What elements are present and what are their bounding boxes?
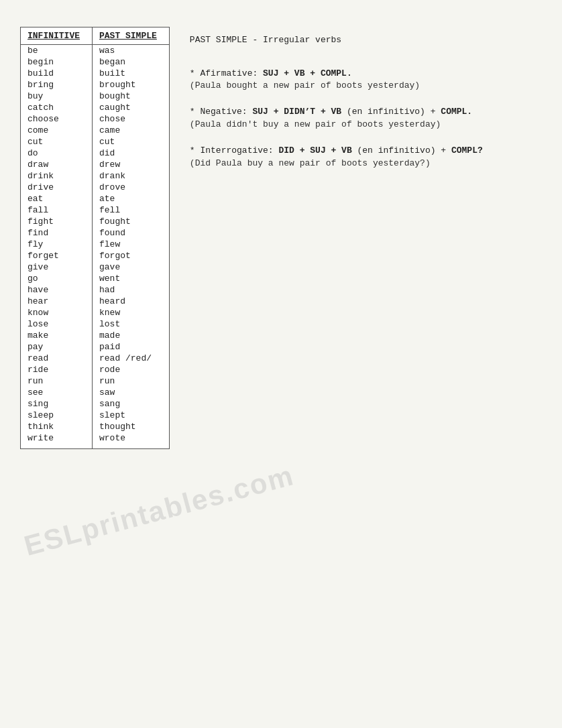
table-row: knowknew <box>21 307 170 318</box>
infinitive-cell: drive <box>21 182 93 193</box>
col1-header: INFINITIVE <box>21 27 93 45</box>
infinitive-cell: hear <box>21 296 93 307</box>
table-row: comecame <box>21 125 170 136</box>
rule-example-affirmative: (Paula bought a new pair of boots yester… <box>190 80 542 90</box>
table-row: drivedrove <box>21 182 170 193</box>
past-simple-cell: saw <box>93 387 170 398</box>
infinitive-cell: cut <box>21 136 93 147</box>
rule-formula-end: COMPL? <box>451 145 483 156</box>
past-simple-cell: built <box>93 68 170 79</box>
col2-header: PAST SIMPLE <box>93 27 170 45</box>
infinitive-cell: lose <box>21 318 93 330</box>
past-simple-cell: drew <box>93 159 170 170</box>
infinitive-cell: give <box>21 261 93 273</box>
table-row: fallfell <box>21 204 170 216</box>
infinitive-cell: catch <box>21 102 93 113</box>
table-row: singsang <box>21 398 170 410</box>
past-simple-cell: caught <box>93 102 170 113</box>
table-row: dodid <box>21 147 170 159</box>
rule-label: * Negative: <box>190 107 253 117</box>
infinitive-cell: be <box>21 45 93 57</box>
past-simple-cell: was <box>93 45 170 57</box>
rule-block-affirmative: * Afirmative: SUJ + VB + COMPL.(Paula bo… <box>190 67 542 91</box>
table-row: eatate <box>21 193 170 204</box>
table-row: catchcaught <box>21 102 170 113</box>
past-simple-cell: thought <box>93 421 170 432</box>
infinitive-cell: buy <box>21 90 93 102</box>
table-row: buildbuilt <box>21 68 170 79</box>
table-row: bringbrought <box>21 79 170 90</box>
past-simple-cell: brought <box>93 79 170 90</box>
past-simple-cell: run <box>93 375 170 387</box>
rule-text-affirmative: * Afirmative: SUJ + VB + COMPL. <box>190 67 542 81</box>
infinitive-cell: write <box>21 432 93 449</box>
infinitive-cell: forget <box>21 250 93 261</box>
rule-text-interrogative: * Interrogative: DID + SUJ + VB (en infi… <box>190 144 542 158</box>
rule-text-negative: * Negative: SUJ + DIDN’T + VB (en infini… <box>190 105 542 119</box>
past-simple-cell: wrote <box>93 432 170 449</box>
infinitive-cell: come <box>21 125 93 136</box>
past-simple-cell: began <box>93 56 170 68</box>
table-row: runrun <box>21 375 170 387</box>
past-simple-cell: bought <box>93 90 170 102</box>
infinitive-cell: do <box>21 147 93 159</box>
rule-formula: SUJ + DIDN’T + VB <box>252 107 341 117</box>
past-simple-cell: sang <box>93 398 170 410</box>
past-simple-cell: rode <box>93 364 170 375</box>
past-simple-cell: drove <box>93 182 170 193</box>
past-simple-cell: forgot <box>93 250 170 261</box>
infinitive-cell: ride <box>21 364 93 375</box>
past-simple-cell: heard <box>93 296 170 307</box>
table-row: readread /red/ <box>21 353 170 364</box>
infinitive-cell: draw <box>21 159 93 170</box>
table-row: buybought <box>21 90 170 102</box>
table-row: choosechose <box>21 113 170 125</box>
past-simple-cell: came <box>93 125 170 136</box>
table-row: beginbegan <box>21 56 170 68</box>
past-simple-cell: chose <box>93 113 170 125</box>
infinitive-cell: sing <box>21 398 93 410</box>
rule-formula-period: . <box>347 68 352 78</box>
infinitive-cell: know <box>21 307 93 318</box>
infinitive-cell: sleep <box>21 410 93 421</box>
past-simple-cell: knew <box>93 307 170 318</box>
rule-block-interrogative: * Interrogative: DID + SUJ + VB (en infi… <box>190 144 542 168</box>
right-section: PAST SIMPLE - Irregular verbs * Afirmati… <box>190 27 542 183</box>
rule-label: * Afirmative: <box>190 68 263 78</box>
rule-formula-end: COMPL. <box>441 107 472 117</box>
rule-formula-extra: (en infinitivo) + <box>352 145 451 156</box>
past-simple-cell: did <box>93 147 170 159</box>
infinitive-cell: make <box>21 330 93 341</box>
table-row: gowent <box>21 273 170 284</box>
infinitive-cell: read <box>21 353 93 364</box>
table-row: seesaw <box>21 387 170 398</box>
infinitive-cell: fight <box>21 216 93 227</box>
past-simple-cell: made <box>93 330 170 341</box>
table-row: bewas <box>21 45 170 57</box>
past-simple-cell: gave <box>93 261 170 273</box>
table-row: givegave <box>21 261 170 273</box>
table-row: drawdrew <box>21 159 170 170</box>
infinitive-cell: fall <box>21 204 93 216</box>
past-simple-cell: flew <box>93 239 170 250</box>
infinitive-cell: eat <box>21 193 93 204</box>
past-simple-cell: read /red/ <box>93 353 170 364</box>
infinitive-cell: pay <box>21 341 93 353</box>
table-row: cutcut <box>21 136 170 147</box>
table-row: thinkthought <box>21 421 170 432</box>
table-row: writewrote <box>21 432 170 449</box>
rule-block-negative: * Negative: SUJ + DIDN’T + VB (en infini… <box>190 105 542 129</box>
rule-formula-extra: (en infinitivo) + <box>341 107 441 117</box>
past-simple-cell: drank <box>93 170 170 182</box>
infinitive-cell: choose <box>21 113 93 125</box>
rules-container: * Afirmative: SUJ + VB + COMPL.(Paula bo… <box>190 67 542 168</box>
infinitive-cell: begin <box>21 56 93 68</box>
rule-label: * Interrogative: <box>190 145 279 156</box>
infinitive-cell: think <box>21 421 93 432</box>
table-row: sleepslept <box>21 410 170 421</box>
table-row: paypaid <box>21 341 170 353</box>
infinitive-cell: run <box>21 375 93 387</box>
table-row: havehad <box>21 284 170 296</box>
table-row: hearheard <box>21 296 170 307</box>
past-simple-cell: paid <box>93 341 170 353</box>
